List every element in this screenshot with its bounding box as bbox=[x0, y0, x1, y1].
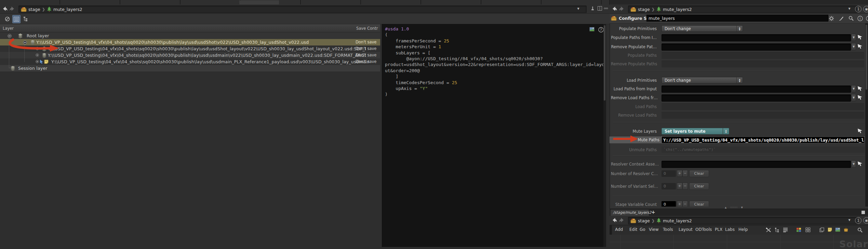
param-input[interactable] bbox=[662, 34, 851, 41]
param-input[interactable] bbox=[662, 161, 851, 168]
breadcrumb-context[interactable]: stage bbox=[638, 218, 650, 223]
param-menu[interactable]: Set layers to mute▲▼ bbox=[662, 128, 729, 134]
clear-button[interactable]: Clear bbox=[689, 183, 709, 190]
increment-button[interactable]: + bbox=[677, 183, 682, 189]
snapshot-icon[interactable] bbox=[589, 27, 595, 31]
param-label: Remove Load Paths fr… bbox=[611, 94, 657, 101]
network-path-tab[interactable]: /stage/mute_layers2 × bbox=[611, 210, 649, 216]
search-icon[interactable] bbox=[857, 227, 863, 233]
help-icon[interactable]: ? bbox=[866, 16, 868, 21]
menu-odtools[interactable]: ODTools bbox=[695, 227, 712, 232]
param-input[interactable] bbox=[662, 86, 851, 93]
layer-state-icon[interactable] bbox=[36, 60, 39, 63]
node-select-icon[interactable] bbox=[858, 129, 863, 134]
copy-icon[interactable] bbox=[819, 227, 824, 232]
param-input[interactable] bbox=[662, 94, 851, 102]
display-flag-badge[interactable]: 1 bbox=[855, 6, 862, 12]
menu-tools[interactable]: Tools bbox=[663, 227, 673, 232]
param-input-disabled bbox=[662, 112, 864, 119]
gear-icon[interactable] bbox=[829, 16, 834, 21]
note-icon[interactable] bbox=[828, 227, 832, 232]
dropdown-button[interactable]: ▼ bbox=[851, 43, 856, 50]
grid-icon[interactable] bbox=[805, 227, 811, 232]
node-select-icon[interactable] bbox=[858, 35, 863, 40]
param-label: Number of Resolver C… bbox=[611, 170, 657, 177]
tools-icon[interactable] bbox=[766, 227, 772, 233]
param-label: Load Paths bbox=[611, 103, 657, 110]
menu-handle[interactable] bbox=[610, 225, 612, 235]
nav-forward-button[interactable] bbox=[618, 217, 625, 223]
node-select-icon[interactable] bbox=[858, 86, 863, 91]
search-icon[interactable] bbox=[849, 16, 854, 21]
basket-icon[interactable] bbox=[843, 227, 849, 232]
chevron-down-icon[interactable]: ▼ bbox=[847, 6, 852, 12]
pane-maximize-icon[interactable] bbox=[862, 211, 865, 214]
help-icon[interactable]: ? bbox=[598, 27, 604, 32]
breadcrumb-node[interactable]: mute_layers2 bbox=[663, 7, 692, 12]
new-tab-button[interactable]: + bbox=[651, 209, 655, 215]
menu-layout[interactable]: Layout bbox=[679, 227, 693, 232]
nav-back-button[interactable] bbox=[612, 217, 618, 223]
node-select-icon[interactable] bbox=[858, 95, 863, 100]
camera-toggle-icon[interactable]: ◉ bbox=[863, 217, 868, 224]
nav-forward-button[interactable] bbox=[618, 6, 625, 12]
decrement-button[interactable]: − bbox=[682, 170, 688, 177]
chevron-down-icon[interactable]: ▼ bbox=[847, 218, 852, 223]
network-editor[interactable]: Solaris bbox=[610, 235, 868, 249]
code-scrollbar[interactable] bbox=[603, 24, 606, 247]
breadcrumb: stage❯mute_layers2 bbox=[628, 217, 858, 224]
params-scrollbar[interactable] bbox=[865, 23, 868, 207]
layer-row[interactable]: Y:\\USD_VP_USD_testing\04_vfx\04_shots\s… bbox=[0, 58, 380, 65]
menu-go[interactable]: Go bbox=[640, 227, 645, 232]
decrement-button[interactable]: − bbox=[682, 183, 688, 189]
param-menu[interactable]: Don't change▲▼ bbox=[662, 77, 743, 83]
list-icon[interactable] bbox=[783, 227, 788, 232]
breadcrumb-context[interactable]: stage bbox=[638, 7, 650, 12]
menu-edit[interactable]: Edit bbox=[629, 227, 637, 232]
menu-labs[interactable]: Labs bbox=[725, 227, 735, 232]
link-icon[interactable] bbox=[604, 6, 609, 12]
breadcrumb-node[interactable]: mute_layers2 bbox=[663, 218, 692, 223]
mute-paths-value[interactable]: Y://USD_VP_USD_testing/04_vfx/04_shots/s… bbox=[662, 136, 865, 143]
node-name-field[interactable] bbox=[646, 15, 828, 22]
dropdown-button[interactable]: ▼ bbox=[851, 34, 856, 41]
info-icon[interactable]: i bbox=[857, 16, 863, 21]
chevron-down-icon[interactable]: ▼ bbox=[576, 6, 581, 12]
node-select-icon[interactable] bbox=[858, 161, 863, 167]
menu-view[interactable]: View bbox=[649, 227, 658, 232]
camera-toggle-icon[interactable]: ◉ bbox=[863, 6, 868, 12]
split-panes-icon[interactable] bbox=[598, 6, 603, 12]
param-number-field[interactable]: 0 bbox=[662, 170, 676, 177]
menu-spinner-icon[interactable]: ▲▼ bbox=[736, 26, 743, 31]
param-input[interactable] bbox=[662, 43, 851, 51]
display-flag-badge[interactable]: 1 bbox=[855, 217, 862, 224]
dropdown-button[interactable]: ▼ bbox=[851, 94, 856, 101]
menu-add[interactable]: Add bbox=[615, 227, 623, 232]
image-icon[interactable] bbox=[835, 227, 840, 232]
menu-spinner-icon[interactable]: ▲▼ bbox=[723, 128, 729, 134]
param-number-field[interactable]: 0 bbox=[662, 183, 676, 189]
param-expression-ghost[interactable]: `chs("../unmutepaths")` bbox=[662, 146, 865, 153]
nav-back-button[interactable] bbox=[612, 6, 618, 12]
menu-spinner-icon[interactable]: ▲▼ bbox=[736, 77, 743, 83]
layer-row[interactable]: Session layer bbox=[0, 65, 380, 71]
increment-button[interactable]: + bbox=[677, 170, 682, 177]
dropdown-button[interactable]: ▼ bbox=[851, 160, 856, 168]
menu-help[interactable]: Help bbox=[738, 227, 748, 232]
dropdown-button[interactable]: ▼ bbox=[851, 85, 856, 92]
decrement-button[interactable]: − bbox=[682, 201, 688, 207]
palette-icon[interactable] bbox=[796, 227, 801, 232]
param-number-field[interactable]: 0 bbox=[662, 201, 676, 207]
param-menu[interactable]: Don't change▲▼ bbox=[662, 25, 743, 32]
close-icon[interactable]: × bbox=[645, 210, 647, 216]
node-select-icon[interactable] bbox=[858, 44, 863, 49]
node-icon bbox=[656, 218, 661, 223]
pin-icon[interactable] bbox=[591, 6, 596, 12]
clear-button[interactable]: Clear bbox=[689, 170, 709, 177]
tree-icon[interactable] bbox=[775, 227, 779, 233]
clear-button[interactable]: Clear bbox=[689, 201, 709, 207]
menu-plx[interactable]: PLX bbox=[715, 227, 722, 232]
increment-button[interactable]: + bbox=[677, 201, 682, 207]
network-breadcrumb-bar: stage❯mute_layers2▼1◉ bbox=[610, 216, 868, 225]
brush-icon[interactable] bbox=[839, 16, 844, 21]
